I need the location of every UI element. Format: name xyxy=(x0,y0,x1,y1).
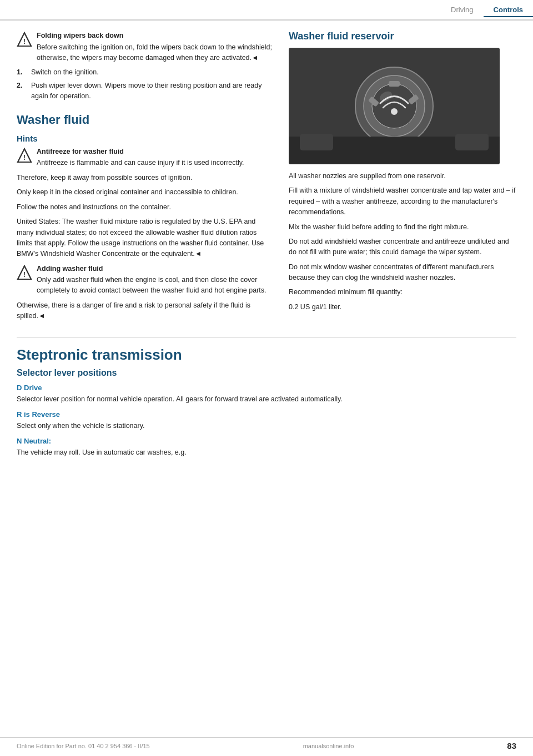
page-header: Driving Controls xyxy=(0,0,533,21)
footer-online-text: Online Edition for Part no. 01 40 2 954 … xyxy=(17,743,150,749)
right-body-p1: All washer nozzles are supplied from one… xyxy=(289,171,516,182)
d-drive-body: Selector lever position for normal vehic… xyxy=(17,394,516,405)
step-2-text: Push wiper lever down. Wipers move to th… xyxy=(31,80,272,102)
hint1-text: Antifreeze for washer fluid Antifreeze i… xyxy=(37,147,272,169)
warning-icon-1: ! xyxy=(17,32,32,47)
hint1-title: Antifreeze for washer fluid xyxy=(37,147,272,157)
footer-website: manualsonline.info xyxy=(303,743,354,749)
n-neutral-body: The vehicle may roll. Use in automatic c… xyxy=(17,447,516,458)
washer-reservoir-image xyxy=(289,48,500,164)
folding-warning-body: Before switching the ignition on, fold t… xyxy=(37,43,272,62)
svg-rect-11 xyxy=(389,81,400,87)
right-body-p2: Fill with a mixture of windshield washer… xyxy=(289,185,516,218)
hint2-p1: Otherwise, there is a danger of fire and… xyxy=(17,300,272,322)
right-body-p6: Recommended minimum fill quantity: xyxy=(289,287,516,298)
svg-rect-17 xyxy=(455,134,489,150)
right-body-p4: Do not add windshield washer concentrate… xyxy=(289,236,516,258)
hint1-p4: United States: The washer fluid mixture … xyxy=(17,216,272,260)
right-body-p3: Mix the washer fluid before adding to fi… xyxy=(289,222,516,233)
svg-rect-16 xyxy=(300,134,333,150)
hints-title: Hints xyxy=(17,134,272,143)
hint1-body: Antifreeze is flammable and can cause in… xyxy=(37,159,244,167)
r-reverse-body: Select only when the vehicle is stationa… xyxy=(17,421,516,431)
header-tabs: Driving Controls xyxy=(441,3,533,17)
svg-text:!: ! xyxy=(23,37,26,46)
step-2-num: 2. xyxy=(17,80,27,102)
warning-icon-3: ! xyxy=(17,265,32,280)
svg-point-10 xyxy=(391,108,398,115)
folding-warning-title: Folding wipers back down xyxy=(37,31,272,41)
steptronic-section: Steptronic transmission Selector lever p… xyxy=(0,337,533,458)
tab-driving[interactable]: Driving xyxy=(441,3,483,17)
hint2-block: ! Adding washer fluid Only add washer fl… xyxy=(17,264,272,296)
hint1-p3: Follow the notes and instructions on the… xyxy=(17,202,272,213)
n-neutral-title: N Neutral: xyxy=(17,437,516,445)
r-reverse-title: R is Reverse xyxy=(17,410,516,419)
d-drive-title: D Drive xyxy=(17,384,516,392)
folding-warning-block: ! Folding wipers back down Before switch… xyxy=(17,31,272,63)
step-1-num: 1. xyxy=(17,67,27,78)
left-column: ! Folding wipers back down Before switch… xyxy=(17,31,272,326)
svg-point-9 xyxy=(372,84,416,128)
tab-controls[interactable]: Controls xyxy=(484,3,533,17)
step-2: 2. Push wiper lever down. Wipers move to… xyxy=(17,80,272,102)
hint1-block: ! Antifreeze for washer fluid Antifreeze… xyxy=(17,147,272,169)
selector-lever-title: Selector lever positions xyxy=(17,368,516,378)
main-content: ! Folding wipers back down Before switch… xyxy=(0,21,533,331)
washer-reservoir-title: Washer fluid reservoir xyxy=(289,31,516,42)
hint2-body: Only add washer fluid when the engine is… xyxy=(37,276,266,294)
steps-list: 1. Switch on the ignition. 2. Push wiper… xyxy=(17,67,272,101)
svg-text:!: ! xyxy=(23,153,26,162)
hint2-text: Adding washer fluid Only add washer flui… xyxy=(37,264,272,296)
steptronic-title: Steptronic transmission xyxy=(17,337,516,364)
right-column: Washer fluid reservoir xyxy=(289,31,516,326)
right-body-p5: Do not mix window washer concentrates of… xyxy=(289,262,516,284)
warning-icon-2: ! xyxy=(17,148,32,163)
step-1-text: Switch on the ignition. xyxy=(31,67,99,78)
svg-text:!: ! xyxy=(23,270,26,279)
right-body-p7: 0.2 US gal/1 liter. xyxy=(289,302,516,313)
hint1-p2: Only keep it in the closed original cont… xyxy=(17,187,272,198)
hint2-title: Adding washer fluid xyxy=(37,264,272,274)
page-footer: Online Edition for Part no. 01 40 2 954 … xyxy=(0,737,533,750)
hint1-p1: Therefore, keep it away from possible so… xyxy=(17,173,272,183)
washer-fluid-title: Washer fluid xyxy=(17,113,272,127)
step-1: 1. Switch on the ignition. xyxy=(17,67,272,78)
page-number: 83 xyxy=(507,741,516,750)
folding-warning-text: Folding wipers back down Before switchin… xyxy=(37,31,272,63)
